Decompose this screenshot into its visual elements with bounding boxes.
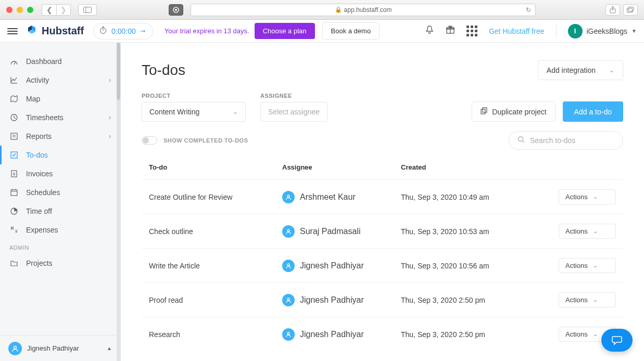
svg-text:$: $ (13, 172, 16, 176)
timer-widget[interactable]: 0:00:00 ↗ (93, 23, 153, 40)
sidebar-toggle-button[interactable] (78, 4, 97, 16)
add-todo-button[interactable]: Add a to-do (563, 101, 623, 122)
sidebar-item-expenses[interactable]: $ Expenses (0, 221, 120, 239)
duplicate-project-button[interactable]: Duplicate project (472, 101, 555, 122)
search-input[interactable] (530, 136, 621, 145)
minimize-window-icon[interactable] (17, 7, 23, 13)
actions-button[interactable]: Actions ⌄ (559, 292, 616, 307)
svg-rect-22 (11, 190, 17, 196)
sidebar-item-reports[interactable]: Reports › (0, 127, 120, 146)
back-button[interactable]: ❮ (42, 4, 56, 16)
assignee-name: Jignesh Padhiyar (300, 330, 364, 339)
sidebar-item-map[interactable]: Map (0, 89, 120, 108)
close-window-icon[interactable] (6, 7, 12, 13)
gift-icon[interactable] (446, 25, 455, 37)
get-free-link[interactable]: Get Hubstaff free (489, 27, 544, 35)
actions-button[interactable]: Actions ⌄ (559, 189, 616, 204)
person-icon (282, 260, 295, 272)
chevron-down-icon: ⌄ (233, 108, 238, 115)
menu-toggle-button[interactable] (7, 28, 18, 34)
assignee-filter-label: ASSIGNEE (260, 93, 327, 99)
timer-value: 0:00:00 (111, 27, 136, 35)
svg-point-35 (287, 264, 289, 266)
sidebar-item-dashboard[interactable]: Dashboard (0, 52, 120, 71)
dashboard-icon (9, 57, 19, 66)
apps-grid-icon[interactable] (466, 25, 477, 36)
sidebar-item-todos[interactable]: To-dos (0, 146, 120, 164)
sidebar-item-label: Schedules (26, 188, 60, 197)
chevron-down-icon: ⌄ (593, 194, 598, 200)
svg-point-33 (287, 195, 289, 197)
todo-cell: Proof read (149, 296, 282, 304)
table-row[interactable]: Research Jignesh Padhiyar Thu, Sep 3, 20… (142, 317, 623, 351)
table-row[interactable]: Proof read Jignesh Padhiyar Thu, Sep 3, … (142, 282, 623, 317)
actions-label: Actions (565, 330, 588, 338)
todo-cell: Create Outline for Review (149, 193, 282, 201)
add-integration-button[interactable]: Add integration ⌄ (538, 60, 623, 80)
window-controls (6, 7, 33, 13)
sidebar-item-activity[interactable]: Activity › (0, 71, 120, 89)
search-box[interactable] (509, 131, 623, 150)
map-icon (9, 95, 19, 103)
choose-plan-button[interactable]: Choose a plan (255, 23, 315, 39)
actions-label: Actions (565, 296, 588, 304)
sidebar-user-switcher[interactable]: Jignesh Padhiyar ▲ (0, 335, 120, 361)
sidebar-item-label: Reports (26, 132, 52, 140)
sidebar-item-projects[interactable]: Projects (0, 254, 120, 273)
todo-cell: Write the Article (149, 262, 282, 270)
assignee-name: Suraj Padmasali (300, 227, 361, 236)
table-row[interactable]: Create Outline for Review Arshmeet Kaur … (142, 179, 623, 214)
created-cell: Thu, Sep 3, 2020 2:50 pm (401, 330, 559, 339)
expenses-icon: $ (9, 226, 19, 234)
assignee-cell: Arshmeet Kaur (282, 191, 401, 203)
project-select[interactable]: Content Writing ⌄ (142, 102, 246, 122)
todos-icon (9, 151, 19, 159)
todo-cell: Check outline (149, 227, 282, 236)
tabs-button[interactable] (623, 4, 638, 16)
user-avatar-icon (8, 342, 22, 355)
user-menu[interactable]: I iGeeksBlogs ▼ (568, 24, 637, 38)
person-icon (282, 328, 295, 341)
assignee-cell: Jignesh Padhiyar (282, 328, 401, 341)
privacy-shield-button[interactable] (169, 4, 183, 16)
browser-toolbar: ❮ ❯ 🔒 app.hubstaff.com ↻ (0, 0, 644, 20)
activity-icon (9, 76, 19, 84)
svg-line-14 (14, 62, 16, 65)
assignee-select[interactable]: Select assignee (260, 102, 327, 122)
actions-button[interactable]: Actions ⌄ (559, 224, 616, 239)
search-icon (517, 136, 525, 145)
chevron-down-icon: ▼ (632, 28, 637, 34)
trial-message: Your trial expires in 13 days. (165, 27, 249, 35)
stopwatch-icon (99, 26, 107, 36)
created-cell: Thu, Sep 3, 2020 10:56 am (401, 262, 559, 270)
sidebar-item-timesheets[interactable]: Timesheets › (0, 108, 120, 127)
table-row[interactable]: Check outline Suraj Padmasali Thu, Sep 3… (142, 214, 623, 248)
book-demo-button[interactable]: Book a demo (322, 22, 380, 40)
reports-icon (9, 132, 19, 140)
sidebar-item-label: Activity (26, 76, 49, 84)
reload-icon[interactable]: ↻ (526, 6, 531, 14)
actions-button[interactable]: Actions ⌄ (559, 258, 616, 273)
sidebar-item-invoices[interactable]: $ Invoices (0, 164, 120, 183)
assignee-cell: Jignesh Padhiyar (282, 260, 401, 272)
maximize-window-icon[interactable] (27, 7, 33, 13)
assignee-name: Jignesh Padhiyar (300, 261, 364, 270)
main-content: To-dos Add integration ⌄ PROJECT Content… (121, 43, 644, 361)
bell-icon[interactable] (425, 25, 434, 37)
brand-text: Hubstaff (42, 25, 84, 37)
forward-button[interactable]: ❯ (56, 4, 71, 16)
address-bar[interactable]: 🔒 app.hubstaff.com ↻ (191, 4, 536, 16)
sidebar: Dashboard Activity › Map Timesheets › Re… (0, 43, 121, 361)
share-button[interactable] (605, 4, 620, 16)
assignee-placeholder: Select assignee (268, 108, 320, 116)
chevron-down-icon: ⌄ (593, 331, 598, 338)
sidebar-item-label: Invoices (26, 170, 53, 178)
sidebar-item-schedules[interactable]: Schedules (0, 183, 120, 202)
table-row[interactable]: Write the Article Jignesh Padhiyar Thu, … (142, 248, 623, 282)
sidebar-item-timeoff[interactable]: Time off (0, 202, 120, 221)
svg-point-3 (175, 9, 177, 11)
chat-fab-button[interactable] (601, 329, 633, 352)
assignee-cell: Jignesh Padhiyar (282, 294, 401, 306)
show-completed-toggle[interactable] (142, 136, 157, 145)
brand-logo[interactable]: Hubstaff (25, 24, 84, 38)
